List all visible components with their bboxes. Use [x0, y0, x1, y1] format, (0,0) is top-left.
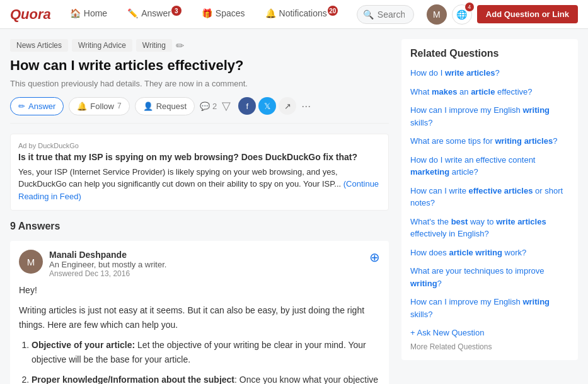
- related-title: Related Questions: [410, 48, 569, 59]
- left-column: News Articles Writing Advice Writing ✏ H…: [10, 39, 389, 384]
- avatar[interactable]: M: [427, 4, 447, 25]
- ad-title: Is it true that my ISP is spying on my w…: [18, 152, 381, 162]
- comment-count-area: 💬 2: [200, 102, 217, 111]
- right-column: Related Questions How do I write article…: [401, 39, 578, 384]
- related-link-9[interactable]: How can I improve my English writing ski…: [410, 297, 550, 319]
- downvote-icon[interactable]: ▽: [222, 99, 231, 113]
- search-icon: 🔍: [363, 9, 374, 20]
- twitter-share-icon[interactable]: 𝕏: [258, 97, 276, 115]
- related-link-0[interactable]: How do I write articles?: [410, 68, 500, 78]
- edit-icon: ✏️: [127, 8, 138, 18]
- list-item-2-bold: Proper knowledge/Information about the s…: [32, 375, 234, 384]
- breadcrumb-tag-news[interactable]: News Articles: [10, 39, 68, 52]
- related-item-3: What are some tips for writing articles?: [410, 135, 569, 148]
- globe-badge: 4: [465, 3, 474, 11]
- request-button[interactable]: 👤 Request: [135, 97, 195, 115]
- nav-notifications[interactable]: 🔔 Notifications 20: [259, 0, 344, 29]
- facebook-share-icon[interactable]: f: [238, 97, 256, 115]
- ad-box: Ad by DuckDuckGo Is it true that my ISP …: [10, 134, 389, 211]
- related-link-8[interactable]: What are your techniques to improve writ…: [410, 266, 544, 288]
- list-item-2: Proper knowledge/Information about the s…: [32, 373, 380, 384]
- list-item-1: Objective of your article: Let the objec…: [32, 338, 380, 366]
- question-title: How can I write articles effectively?: [10, 57, 389, 75]
- spaces-icon: 🎁: [202, 8, 212, 18]
- related-item-8: What are your techniques to improve writ…: [410, 265, 569, 289]
- more-related-questions[interactable]: More Related Questions: [410, 342, 569, 351]
- globe-icon: 🌐: [456, 9, 467, 20]
- answer-badge: 3: [171, 6, 182, 16]
- related-link-1[interactable]: What makes an article effective?: [410, 87, 532, 96]
- related-link-6[interactable]: What's the best way to write articles ef…: [410, 217, 546, 239]
- answers-section: 9 Answers M Manali Deshpande An Engineer…: [10, 221, 389, 384]
- answer-para1: Writing articles is just not easy at it …: [19, 303, 380, 332]
- answer-item: M Manali Deshpande An Engineer, but most…: [10, 241, 389, 384]
- answer-author: M Manali Deshpande An Engineer, but most…: [19, 250, 380, 278]
- globe-button[interactable]: 🌐 4: [452, 4, 472, 25]
- answer-list: Objective of your article: Let the objec…: [19, 338, 380, 384]
- answer-content: Hey! Writing articles is just not easy a…: [19, 283, 380, 384]
- follow-button[interactable]: 🔔 Follow 7: [69, 97, 129, 115]
- related-item-2: How can I improve my English writing ski…: [410, 104, 569, 129]
- share-icon[interactable]: ↗: [279, 97, 296, 115]
- nav-spaces[interactable]: 🎁 Spaces: [195, 0, 251, 29]
- author-bio: An Engineer, but mostly a writer.: [49, 260, 363, 269]
- notifications-badge: 20: [328, 6, 338, 16]
- nav-home[interactable]: 🏠 Home: [64, 0, 113, 29]
- list-item-1-bold: Objective of your article:: [32, 340, 135, 350]
- breadcrumb-tag-writing[interactable]: Writing: [136, 39, 172, 52]
- comment-icon: 💬: [200, 102, 210, 111]
- author-avatar: M: [19, 250, 43, 274]
- related-item-0: How do I write articles?: [410, 67, 569, 79]
- answers-header: 9 Answers: [10, 221, 389, 232]
- add-question-button[interactable]: Add Question or Link: [477, 5, 578, 23]
- related-link-4[interactable]: How do I write an effective content mark…: [410, 155, 535, 177]
- answer-button[interactable]: ✏ Answer: [10, 97, 64, 115]
- bell-icon: 🔔: [265, 8, 276, 18]
- breadcrumb-tag-writing-advice[interactable]: Writing Advice: [72, 39, 132, 52]
- ad-text: Yes, your ISP (Internet Service Provider…: [18, 166, 381, 203]
- social-icons: f 𝕏 ↗: [238, 97, 296, 115]
- main-content: News Articles Writing Advice Writing ✏ H…: [0, 29, 588, 384]
- author-name[interactable]: Manali Deshpande: [49, 250, 363, 260]
- related-item-4: How do I write an effective content mark…: [410, 154, 569, 178]
- follow-icon: 🔔: [77, 102, 87, 111]
- request-icon: 👤: [143, 102, 153, 111]
- related-item-7: How does article writing work?: [410, 247, 569, 259]
- header-right: M 🌐 4 Add Question or Link: [427, 4, 578, 25]
- ad-label: Ad by DuckDuckGo: [18, 142, 381, 149]
- more-options-icon[interactable]: ···: [301, 100, 311, 113]
- search-container: 🔍: [357, 5, 414, 24]
- author-info: Manali Deshpande An Engineer, but mostly…: [49, 250, 363, 278]
- quora-logo[interactable]: Quora: [10, 6, 51, 23]
- follow-count: 7: [117, 102, 122, 110]
- home-icon: 🏠: [70, 8, 81, 18]
- answer-date: Answered Dec 13, 2016: [49, 269, 363, 278]
- ask-new-question[interactable]: + Ask New Question: [410, 328, 569, 337]
- related-link-3[interactable]: What are some tips for writing articles?: [410, 136, 557, 146]
- related-link-7[interactable]: How does article writing work?: [410, 248, 526, 257]
- question-actions: ✏ Answer 🔔 Follow 7 👤 Request 💬 2 ▽ f 𝕏 …: [10, 97, 389, 124]
- edit-breadcrumb-icon[interactable]: ✏: [176, 40, 184, 52]
- nav-answer[interactable]: ✏️ Answer 3: [121, 0, 188, 29]
- breadcrumb: News Articles Writing Advice Writing ✏: [10, 39, 389, 52]
- related-questions-panel: Related Questions How do I write article…: [401, 39, 578, 360]
- related-link-5[interactable]: How can I write effective articles or sh…: [410, 186, 563, 208]
- related-link-2[interactable]: How can I improve my English writing ski…: [410, 105, 550, 127]
- question-subtitle: This question previously had details. Th…: [10, 79, 389, 88]
- related-item-1: What makes an article effective?: [410, 86, 569, 98]
- answer-action-icon[interactable]: ⊕: [369, 250, 380, 265]
- site-header: Quora 🏠 Home ✏️ Answer 3 🎁 Spaces 🔔 Noti…: [0, 0, 588, 29]
- related-item-6: What's the best way to write articles ef…: [410, 216, 569, 240]
- related-item-5: How can I write effective articles or sh…: [410, 185, 569, 209]
- answer-greeting: Hey!: [19, 283, 380, 297]
- answer-icon: ✏: [18, 102, 25, 111]
- related-item-9: How can I improve my English writing ski…: [410, 296, 569, 320]
